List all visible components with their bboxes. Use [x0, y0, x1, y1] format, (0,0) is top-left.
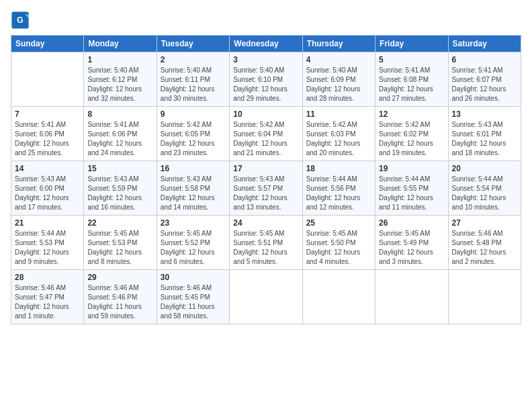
day-info: Sunrise: 5:44 AM Sunset: 5:54 PM Dayligh… — [452, 175, 517, 212]
weekday-header-saturday: Saturday — [448, 36, 521, 52]
day-info: Sunrise: 5:43 AM Sunset: 6:01 PM Dayligh… — [452, 120, 517, 158]
day-number: 20 — [452, 164, 517, 173]
page-header: G — [11, 11, 521, 30]
day-info: Sunrise: 5:42 AM Sunset: 6:02 PM Dayligh… — [379, 120, 444, 158]
calendar-cell — [448, 270, 521, 324]
day-number: 11 — [306, 109, 371, 119]
day-info: Sunrise: 5:45 AM Sunset: 5:52 PM Dayligh… — [161, 229, 226, 267]
weekday-header-sunday: Sunday — [11, 36, 84, 52]
calendar-cell: 17Sunrise: 5:43 AM Sunset: 5:57 PM Dayli… — [230, 161, 302, 216]
calendar-cell: 16Sunrise: 5:43 AM Sunset: 5:58 PM Dayli… — [157, 161, 229, 216]
day-number: 26 — [379, 218, 444, 228]
day-info: Sunrise: 5:46 AM Sunset: 5:47 PM Dayligh… — [15, 283, 80, 321]
day-number: 16 — [161, 164, 226, 173]
calendar-cell: 14Sunrise: 5:43 AM Sunset: 6:00 PM Dayli… — [11, 161, 84, 216]
day-number: 30 — [161, 273, 226, 282]
day-info: Sunrise: 5:46 AM Sunset: 5:48 PM Dayligh… — [452, 229, 517, 267]
calendar-cell: 8Sunrise: 5:41 AM Sunset: 6:06 PM Daylig… — [84, 107, 157, 161]
calendar-cell — [302, 270, 375, 324]
day-number: 10 — [233, 109, 298, 119]
day-number: 14 — [15, 164, 80, 173]
day-info: Sunrise: 5:41 AM Sunset: 6:06 PM Dayligh… — [15, 120, 80, 158]
weekday-header-friday: Friday — [375, 36, 448, 52]
day-number: 18 — [306, 164, 371, 173]
day-number: 21 — [15, 218, 80, 228]
day-number: 5 — [379, 55, 444, 64]
day-number: 6 — [452, 55, 517, 64]
day-info: Sunrise: 5:44 AM Sunset: 5:55 PM Dayligh… — [379, 175, 444, 212]
day-number: 23 — [161, 218, 226, 228]
day-number: 28 — [15, 273, 80, 282]
day-number: 9 — [161, 109, 226, 119]
day-number: 12 — [379, 109, 444, 119]
calendar-cell: 4Sunrise: 5:40 AM Sunset: 6:09 PM Daylig… — [302, 52, 375, 107]
day-info: Sunrise: 5:40 AM Sunset: 6:09 PM Dayligh… — [306, 66, 371, 103]
day-info: Sunrise: 5:41 AM Sunset: 6:08 PM Dayligh… — [379, 66, 444, 103]
calendar-cell: 5Sunrise: 5:41 AM Sunset: 6:08 PM Daylig… — [375, 52, 448, 107]
day-number: 22 — [87, 218, 152, 228]
day-info: Sunrise: 5:43 AM Sunset: 5:59 PM Dayligh… — [87, 175, 152, 212]
week-row-3: 14Sunrise: 5:43 AM Sunset: 6:00 PM Dayli… — [11, 161, 521, 216]
weekday-header-row: SundayMondayTuesdayWednesdayThursdayFrid… — [11, 36, 521, 52]
calendar-cell: 19Sunrise: 5:44 AM Sunset: 5:55 PM Dayli… — [375, 161, 448, 216]
calendar-cell: 29Sunrise: 5:46 AM Sunset: 5:46 PM Dayli… — [84, 270, 157, 324]
day-number: 8 — [87, 109, 152, 119]
day-info: Sunrise: 5:45 AM Sunset: 5:51 PM Dayligh… — [233, 229, 298, 267]
week-row-1: 1Sunrise: 5:40 AM Sunset: 6:12 PM Daylig… — [11, 52, 521, 107]
day-info: Sunrise: 5:43 AM Sunset: 5:58 PM Dayligh… — [161, 175, 226, 212]
day-number: 3 — [233, 55, 298, 64]
calendar-cell: 22Sunrise: 5:45 AM Sunset: 5:53 PM Dayli… — [84, 216, 157, 270]
week-row-2: 7Sunrise: 5:41 AM Sunset: 6:06 PM Daylig… — [11, 107, 521, 161]
day-info: Sunrise: 5:41 AM Sunset: 6:07 PM Dayligh… — [452, 66, 517, 103]
day-info: Sunrise: 5:45 AM Sunset: 5:49 PM Dayligh… — [379, 229, 444, 267]
calendar-cell — [230, 270, 302, 324]
calendar-cell: 24Sunrise: 5:45 AM Sunset: 5:51 PM Dayli… — [230, 216, 302, 270]
day-info: Sunrise: 5:45 AM Sunset: 5:50 PM Dayligh… — [306, 229, 371, 267]
day-info: Sunrise: 5:43 AM Sunset: 6:00 PM Dayligh… — [15, 175, 80, 212]
day-number: 4 — [306, 55, 371, 64]
calendar-cell: 10Sunrise: 5:42 AM Sunset: 6:04 PM Dayli… — [230, 107, 302, 161]
day-number: 29 — [87, 273, 152, 282]
calendar-cell: 3Sunrise: 5:40 AM Sunset: 6:10 PM Daylig… — [230, 52, 302, 107]
day-info: Sunrise: 5:41 AM Sunset: 6:06 PM Dayligh… — [87, 120, 152, 158]
day-info: Sunrise: 5:42 AM Sunset: 6:04 PM Dayligh… — [233, 120, 298, 158]
day-number: 1 — [87, 55, 152, 64]
calendar-cell: 25Sunrise: 5:45 AM Sunset: 5:50 PM Dayli… — [302, 216, 375, 270]
calendar-cell — [11, 52, 84, 107]
calendar-cell: 13Sunrise: 5:43 AM Sunset: 6:01 PM Dayli… — [448, 107, 521, 161]
calendar-cell: 2Sunrise: 5:40 AM Sunset: 6:11 PM Daylig… — [157, 52, 229, 107]
calendar-cell: 30Sunrise: 5:46 AM Sunset: 5:45 PM Dayli… — [157, 270, 229, 324]
weekday-header-tuesday: Tuesday — [157, 36, 229, 52]
day-number: 15 — [87, 164, 152, 173]
week-row-4: 21Sunrise: 5:44 AM Sunset: 5:53 PM Dayli… — [11, 216, 521, 270]
weekday-header-monday: Monday — [84, 36, 157, 52]
weekday-header-wednesday: Wednesday — [230, 36, 302, 52]
day-info: Sunrise: 5:40 AM Sunset: 6:11 PM Dayligh… — [161, 66, 226, 103]
calendar-cell: 21Sunrise: 5:44 AM Sunset: 5:53 PM Dayli… — [11, 216, 84, 270]
day-number: 27 — [452, 218, 517, 228]
day-number: 2 — [161, 55, 226, 64]
logo: G — [11, 11, 32, 30]
calendar-cell: 11Sunrise: 5:42 AM Sunset: 6:03 PM Dayli… — [302, 107, 375, 161]
day-number: 17 — [233, 164, 298, 173]
calendar-table: SundayMondayTuesdayWednesdayThursdayFrid… — [11, 35, 521, 324]
calendar-cell: 27Sunrise: 5:46 AM Sunset: 5:48 PM Dayli… — [448, 216, 521, 270]
calendar-cell: 26Sunrise: 5:45 AM Sunset: 5:49 PM Dayli… — [375, 216, 448, 270]
calendar-cell: 28Sunrise: 5:46 AM Sunset: 5:47 PM Dayli… — [11, 270, 84, 324]
day-info: Sunrise: 5:44 AM Sunset: 5:56 PM Dayligh… — [306, 175, 371, 212]
day-info: Sunrise: 5:42 AM Sunset: 6:03 PM Dayligh… — [306, 120, 371, 158]
calendar-cell: 15Sunrise: 5:43 AM Sunset: 5:59 PM Dayli… — [84, 161, 157, 216]
day-info: Sunrise: 5:43 AM Sunset: 5:57 PM Dayligh… — [233, 175, 298, 212]
calendar-cell: 12Sunrise: 5:42 AM Sunset: 6:02 PM Dayli… — [375, 107, 448, 161]
day-info: Sunrise: 5:40 AM Sunset: 6:12 PM Dayligh… — [87, 66, 152, 103]
calendar-cell: 6Sunrise: 5:41 AM Sunset: 6:07 PM Daylig… — [448, 52, 521, 107]
svg-text:G: G — [17, 15, 24, 25]
day-info: Sunrise: 5:42 AM Sunset: 6:05 PM Dayligh… — [161, 120, 226, 158]
day-number: 25 — [306, 218, 371, 228]
weekday-header-thursday: Thursday — [302, 36, 375, 52]
day-info: Sunrise: 5:44 AM Sunset: 5:53 PM Dayligh… — [15, 229, 80, 267]
day-number: 7 — [15, 109, 80, 119]
day-number: 13 — [452, 109, 517, 119]
week-row-5: 28Sunrise: 5:46 AM Sunset: 5:47 PM Dayli… — [11, 270, 521, 324]
day-number: 24 — [233, 218, 298, 228]
